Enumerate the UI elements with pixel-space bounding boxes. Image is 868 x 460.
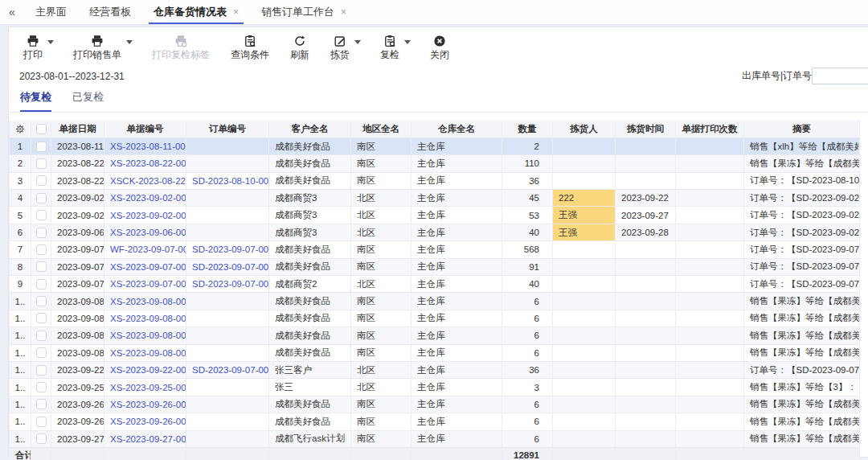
- chevron-down-icon[interactable]: [47, 40, 54, 44]
- doc-no-link[interactable]: XS-2023-08-11-00013: [104, 138, 186, 154]
- row-number-cell[interactable]: 1..: [10, 327, 31, 344]
- doc-no-link[interactable]: XS-2023-09-02-00017: [104, 207, 186, 224]
- row-checkbox[interactable]: [36, 433, 47, 444]
- order-no-link[interactable]: [186, 430, 269, 447]
- col-header-warehouse[interactable]: 仓库全名: [411, 121, 502, 138]
- row-number-cell[interactable]: 1..: [10, 344, 31, 361]
- collapse-sidebar-icon[interactable]: «: [0, 0, 24, 24]
- doc-no-link[interactable]: XS-2023-09-22-00030: [104, 361, 186, 378]
- order-no-link[interactable]: SD-2023-09-07-00009: [186, 241, 269, 258]
- doc-no-link[interactable]: XS-2023-08-22-00014: [104, 155, 186, 172]
- row-number-cell[interactable]: 6: [10, 224, 31, 240]
- order-no-link[interactable]: [186, 155, 269, 172]
- tab-warehouse-stock-report[interactable]: 仓库备货情况表 ×: [142, 0, 250, 24]
- tab-main[interactable]: 主界面: [24, 0, 78, 24]
- row-number-cell[interactable]: 1..: [10, 379, 31, 396]
- order-no-link[interactable]: [186, 310, 269, 327]
- row-number-cell[interactable]: 7: [10, 241, 31, 258]
- row-checkbox[interactable]: [36, 142, 47, 152]
- col-header-doc-date[interactable]: 单据日期: [51, 121, 104, 138]
- row-checkbox[interactable]: [36, 244, 47, 255]
- row-number-cell[interactable]: 1..: [10, 361, 31, 378]
- refresh-button[interactable]: 刷新: [285, 33, 314, 61]
- row-checkbox[interactable]: [36, 365, 47, 376]
- row-checkbox[interactable]: [36, 313, 47, 323]
- order-no-link[interactable]: [186, 344, 269, 361]
- doc-no-link[interactable]: XS-2023-09-07-00023: [104, 276, 186, 293]
- row-checkbox[interactable]: [36, 331, 47, 341]
- col-header-region[interactable]: 地区全名: [351, 121, 411, 138]
- row-checkbox[interactable]: [36, 296, 47, 306]
- row-number-cell[interactable]: 5: [10, 207, 31, 224]
- order-no-link[interactable]: [186, 190, 269, 207]
- col-header-doc-no[interactable]: 单据编号: [104, 121, 186, 138]
- row-number-cell[interactable]: 1..: [10, 310, 31, 327]
- row-checkbox[interactable]: [36, 228, 47, 238]
- row-number-cell[interactable]: 1..: [10, 293, 31, 310]
- col-header-customer[interactable]: 客户全名: [269, 121, 351, 138]
- subtab-rechecked[interactable]: 已复检: [72, 90, 104, 112]
- row-checkbox[interactable]: [36, 382, 47, 392]
- order-no-link[interactable]: SD-2023-08-10-00002: [186, 172, 269, 189]
- col-header-pick-time[interactable]: 拣货时间: [616, 121, 676, 138]
- order-no-link[interactable]: [186, 207, 269, 224]
- chevron-down-icon[interactable]: [404, 40, 411, 44]
- row-number-cell[interactable]: 1..: [10, 396, 31, 413]
- row-checkbox[interactable]: [36, 261, 47, 272]
- col-header-qty[interactable]: 数量: [502, 121, 553, 138]
- subtab-pending-recheck[interactable]: 待复检: [20, 90, 51, 112]
- doc-no-link[interactable]: XSCK-2023-08-22-00001: [104, 172, 186, 189]
- order-no-link[interactable]: SD-2023-09-07-00014: [186, 276, 269, 293]
- pick-goods-button[interactable]: 拣货: [326, 33, 354, 61]
- recheck-button[interactable]: 复检: [375, 33, 404, 61]
- column-settings-header[interactable]: [10, 121, 31, 138]
- close-button[interactable]: 关闭: [425, 33, 454, 61]
- row-number-cell[interactable]: 1..: [10, 413, 31, 430]
- doc-no-link[interactable]: XS-2023-09-08-00027: [104, 344, 186, 361]
- order-no-link[interactable]: [186, 224, 269, 240]
- col-header-print-count[interactable]: 单据打印次数: [676, 121, 744, 138]
- col-header-summary[interactable]: 摘要: [744, 121, 860, 138]
- row-number-cell[interactable]: 1..: [10, 430, 31, 447]
- order-search-input[interactable]: [812, 68, 868, 84]
- doc-no-link[interactable]: XS-2023-09-08-00026: [104, 327, 186, 344]
- select-all-checkbox[interactable]: [36, 124, 47, 134]
- print-sales-order-button[interactable]: 打印销售单: [68, 33, 126, 61]
- row-checkbox[interactable]: [36, 417, 47, 427]
- row-number-cell[interactable]: 9: [10, 276, 31, 293]
- row-number-cell[interactable]: 8: [10, 258, 31, 275]
- col-header-order-no[interactable]: 订单编号: [186, 121, 269, 138]
- row-checkbox[interactable]: [36, 279, 47, 290]
- order-no-link[interactable]: [186, 379, 269, 396]
- select-all-header[interactable]: [31, 121, 51, 138]
- order-no-link[interactable]: [186, 413, 269, 430]
- doc-no-link[interactable]: XS-2023-09-08-00025: [104, 310, 186, 327]
- row-checkbox[interactable]: [36, 175, 47, 186]
- doc-no-link[interactable]: XS-2023-09-25-00031: [104, 379, 186, 396]
- doc-no-link[interactable]: XS-2023-09-27-00034: [104, 430, 186, 447]
- doc-no-link[interactable]: XS-2023-09-26-00032: [104, 396, 186, 413]
- close-icon[interactable]: ×: [233, 6, 239, 18]
- doc-no-link[interactable]: XS-2023-09-08-00024: [104, 293, 186, 310]
- tab-dashboard[interactable]: 经营看板: [78, 0, 142, 24]
- print-button[interactable]: 打印: [18, 33, 47, 61]
- row-number-cell[interactable]: 1: [10, 138, 31, 154]
- chevron-down-icon[interactable]: [126, 40, 133, 44]
- row-number-cell[interactable]: 3: [10, 172, 31, 189]
- chevron-down-icon[interactable]: [354, 40, 361, 44]
- doc-no-link[interactable]: WF-2023-09-07-00003: [104, 241, 186, 258]
- query-conditions-button[interactable]: 查询条件: [226, 33, 274, 61]
- row-checkbox[interactable]: [36, 347, 47, 358]
- row-checkbox[interactable]: [36, 399, 47, 409]
- row-checkbox[interactable]: [36, 210, 47, 220]
- tab-sales-order-workbench[interactable]: 销售订单工作台 ×: [250, 0, 358, 24]
- doc-no-link[interactable]: XS-2023-09-06-00018: [104, 224, 186, 240]
- doc-no-link[interactable]: XS-2023-09-02-00016: [104, 190, 186, 207]
- col-header-picker[interactable]: 拣货人: [553, 121, 616, 138]
- order-no-link[interactable]: SD-2023-09-07-00005: [186, 361, 269, 378]
- order-no-link[interactable]: [186, 396, 269, 413]
- row-number-cell[interactable]: 4: [10, 190, 31, 207]
- doc-no-link[interactable]: XS-2023-09-26-00033: [104, 413, 186, 430]
- row-checkbox[interactable]: [36, 193, 47, 203]
- order-no-link[interactable]: [186, 327, 269, 344]
